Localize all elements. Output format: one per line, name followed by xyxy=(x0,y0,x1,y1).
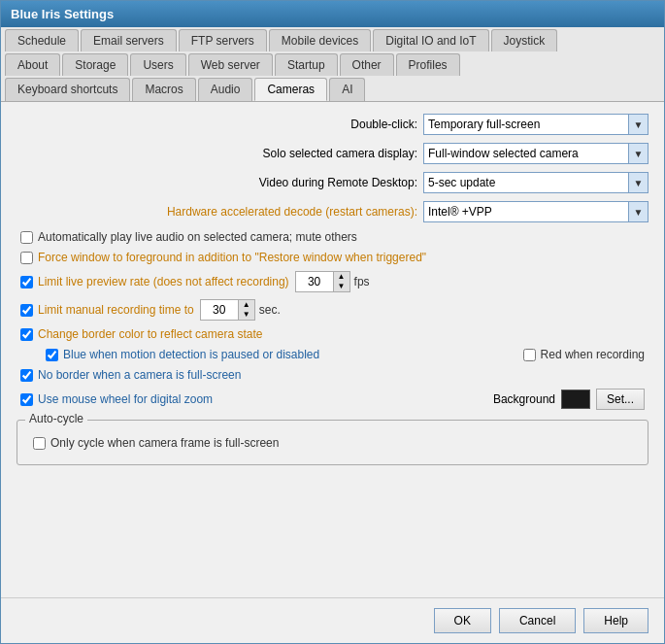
only-cycle-label: Only cycle when camera frame is full-scr… xyxy=(50,436,279,450)
preview-rate-spinner: 30 ▲ ▼ xyxy=(295,271,350,292)
dropdowns-section: Double-click: Temporary full-screen Full… xyxy=(17,114,648,222)
tab-profiles[interactable]: Profiles xyxy=(396,53,460,76)
recording-time-unit: sec. xyxy=(259,303,281,317)
solo-display-combo[interactable]: Full-window selected camera Solo layout … xyxy=(423,143,648,164)
recording-time-spinner: 30 ▲ ▼ xyxy=(200,299,255,321)
footer: OK Cancel Help xyxy=(1,597,664,643)
double-click-select[interactable]: Temporary full-screen Full-screen None xyxy=(424,115,628,134)
tab-joystick[interactable]: Joystick xyxy=(491,29,558,51)
tab-users[interactable]: Users xyxy=(130,53,185,76)
double-click-arrow: ▼ xyxy=(628,115,648,134)
tab-keyboard-shortcuts[interactable]: Keyboard shortcuts xyxy=(5,78,130,101)
tab-ai[interactable]: AI xyxy=(329,78,365,101)
autocycle-group: Auto-cycle Only cycle when camera frame … xyxy=(17,420,648,465)
main-window: Blue Iris Settings Schedule Email server… xyxy=(0,0,665,644)
recording-time-input[interactable]: 30 xyxy=(200,299,239,321)
only-cycle-checkbox[interactable] xyxy=(33,437,46,450)
blue-motion-checkbox[interactable] xyxy=(46,349,58,361)
title-bar: Blue Iris Settings xyxy=(1,1,664,27)
cancel-button[interactable]: Cancel xyxy=(499,608,576,633)
recording-time-btns: ▲ ▼ xyxy=(239,299,255,321)
background-swatch[interactable] xyxy=(561,390,590,409)
preview-rate-unit: fps xyxy=(354,275,370,288)
tab-about[interactable]: About xyxy=(5,53,60,76)
tab-row-1: Schedule Email servers FTP servers Mobil… xyxy=(1,27,664,51)
video-remote-row: Video during Remote Desktop: 5-sec updat… xyxy=(17,172,648,193)
change-border-label: Change border color to reflect camera st… xyxy=(38,327,262,341)
tab-macros[interactable]: Macros xyxy=(132,78,195,101)
video-remote-combo[interactable]: 5-sec update Live None ▼ xyxy=(423,172,648,193)
change-border-checkbox[interactable] xyxy=(20,328,33,341)
limit-preview-row: Limit live preview rate (does not affect… xyxy=(17,271,648,292)
change-border-row: Change border color to reflect camera st… xyxy=(17,327,648,341)
solo-display-label: Solo selected camera display: xyxy=(263,147,417,160)
solo-display-row: Solo selected camera display: Full-windo… xyxy=(17,143,648,164)
help-button[interactable]: Help xyxy=(583,608,648,633)
only-cycle-row: Only cycle when camera frame is full-scr… xyxy=(29,436,636,450)
tab-cameras[interactable]: Cameras xyxy=(254,78,327,101)
content-area: Double-click: Temporary full-screen Full… xyxy=(1,102,664,597)
double-click-row: Double-click: Temporary full-screen Full… xyxy=(17,114,648,135)
auto-play-checkbox[interactable] xyxy=(20,231,33,244)
preview-rate-input[interactable]: 30 xyxy=(295,271,334,292)
tabs-container: Schedule Email servers FTP servers Mobil… xyxy=(1,27,664,102)
no-border-label: No border when a camera is full-screen xyxy=(38,368,241,382)
limit-recording-label: Limit manual recording time to xyxy=(38,303,194,317)
checkboxes-section: Automatically play live audio on selecte… xyxy=(17,230,648,410)
blue-motion-label: Blue when motion detection is paused or … xyxy=(63,348,319,361)
hw-decode-row: Hardware accelerated decode (restart cam… xyxy=(17,201,648,222)
force-foreground-row: Force window to foreground in addition t… xyxy=(17,251,648,264)
preview-rate-down[interactable]: ▼ xyxy=(334,282,349,291)
no-border-row: No border when a camera is full-screen xyxy=(17,368,648,382)
tab-email-servers[interactable]: Email servers xyxy=(81,29,177,51)
recording-time-down[interactable]: ▼ xyxy=(239,310,254,320)
tab-web-server[interactable]: Web server xyxy=(188,53,273,76)
preview-rate-up[interactable]: ▲ xyxy=(334,272,349,282)
hw-decode-arrow: ▼ xyxy=(628,202,648,221)
double-click-combo[interactable]: Temporary full-screen Full-screen None ▼ xyxy=(423,114,648,135)
window-title: Blue Iris Settings xyxy=(11,7,114,21)
force-foreground-checkbox[interactable] xyxy=(20,252,33,264)
red-recording-group: Red when recording xyxy=(523,348,645,361)
background-group: Background Set... xyxy=(493,389,645,410)
auto-play-label: Automatically play live audio on selecte… xyxy=(38,230,357,244)
video-remote-label: Video during Remote Desktop: xyxy=(259,176,417,189)
preview-rate-btns: ▲ ▼ xyxy=(334,271,350,292)
limit-preview-label: Limit live preview rate (does not affect… xyxy=(38,275,289,288)
limit-recording-row: Limit manual recording time to 30 ▲ ▼ se… xyxy=(17,299,648,321)
limit-preview-checkbox[interactable] xyxy=(20,276,33,288)
tab-ftp-servers[interactable]: FTP servers xyxy=(179,29,267,51)
video-remote-arrow: ▼ xyxy=(628,173,648,192)
video-remote-select[interactable]: 5-sec update Live None xyxy=(424,173,628,192)
tab-other[interactable]: Other xyxy=(340,53,394,76)
mouse-wheel-checkbox[interactable] xyxy=(20,393,33,406)
red-recording-label: Red when recording xyxy=(541,348,645,361)
solo-display-arrow: ▼ xyxy=(628,144,648,163)
mouse-wheel-row: Use mouse wheel for digital zoom Backgro… xyxy=(17,389,648,410)
red-recording-checkbox[interactable] xyxy=(523,349,536,361)
no-border-checkbox[interactable] xyxy=(20,369,33,382)
mouse-wheel-label: Use mouse wheel for digital zoom xyxy=(38,392,213,406)
tab-audio[interactable]: Audio xyxy=(198,78,253,101)
tab-startup[interactable]: Startup xyxy=(275,53,338,76)
hw-decode-select[interactable]: Intel® +VPP Intel® None xyxy=(424,202,628,221)
tab-row-3: Keyboard shortcuts Macros Audio Cameras … xyxy=(1,76,664,101)
hw-decode-combo[interactable]: Intel® +VPP Intel® None ▼ xyxy=(423,201,648,222)
blue-motion-row: Blue when motion detection is paused or … xyxy=(17,348,648,361)
double-click-label: Double-click: xyxy=(350,118,417,131)
hw-decode-label: Hardware accelerated decode (restart cam… xyxy=(167,205,417,219)
ok-button[interactable]: OK xyxy=(434,608,491,633)
tab-storage[interactable]: Storage xyxy=(62,53,128,76)
set-button[interactable]: Set... xyxy=(596,389,645,410)
autocycle-title: Auto-cycle xyxy=(25,412,87,425)
force-foreground-label: Force window to foreground in addition t… xyxy=(38,251,426,264)
background-label: Background xyxy=(493,392,555,406)
solo-display-select[interactable]: Full-window selected camera Solo layout … xyxy=(424,144,628,163)
tab-schedule[interactable]: Schedule xyxy=(5,29,79,51)
tab-digital-io[interactable]: Digital IO and IoT xyxy=(373,29,488,51)
auto-play-row: Automatically play live audio on selecte… xyxy=(17,230,648,244)
limit-recording-checkbox[interactable] xyxy=(20,304,33,317)
tab-row-2: About Storage Users Web server Startup O… xyxy=(1,51,664,76)
tab-mobile-devices[interactable]: Mobile devices xyxy=(269,29,371,51)
recording-time-up[interactable]: ▲ xyxy=(239,300,254,310)
